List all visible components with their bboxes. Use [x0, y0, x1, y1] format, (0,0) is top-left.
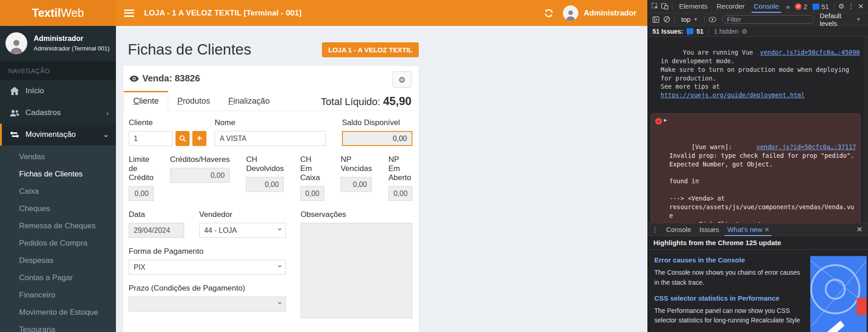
tab-finalizacao[interactable]: Finalização: [219, 91, 279, 111]
submenu-item-tesouraria[interactable]: Tesouraria: [0, 321, 116, 332]
vuejs-deployment-link[interactable]: https://vuejs.org/guide/deployment.html: [661, 91, 805, 99]
inspect-element-icon[interactable]: [651, 1, 659, 11]
drawer-tab-console[interactable]: Console: [662, 224, 695, 236]
chevron-down-icon: ⌄: [103, 131, 109, 139]
sidebar-avatar: [5, 32, 27, 54]
submenu-item-remessa-de-cheques[interactable]: Remessa de Cheques: [0, 217, 116, 235]
venda-card: Venda: 83826 ⚙ Cliente Produtos Finaliza…: [123, 66, 419, 332]
sidebar-item-cadastros[interactable]: Cadastros ‹: [0, 102, 116, 124]
search-client-button[interactable]: [176, 131, 190, 146]
nome-input[interactable]: [215, 131, 326, 146]
chevron-down-icon: ▼: [693, 17, 698, 22]
source-link[interactable]: vendor.js?id=50cfc0a…:37117: [757, 143, 856, 151]
source-link[interactable]: vendor.js?id=50cfc0a…:45090: [760, 48, 860, 57]
user-avatar: [563, 5, 578, 21]
issues-bubble-icon: [687, 28, 693, 34]
ch-devolvidos-input: [246, 177, 284, 192]
sidebar-item-inicio[interactable]: Início: [0, 80, 116, 102]
whats-new-link-error-causes[interactable]: Error causes in the Console: [654, 256, 804, 264]
console-filter-input[interactable]: [722, 15, 814, 24]
hamburger-menu-icon[interactable]: [124, 10, 134, 17]
user-menu[interactable]: Administrador: [563, 5, 637, 21]
home-icon: [10, 87, 19, 95]
clear-console-icon[interactable]: [662, 15, 672, 25]
submenu-item-pedidos-de-compra[interactable]: Pedidos de Compra: [0, 235, 116, 252]
data-input: [129, 223, 184, 238]
top-header: TextilWeb LOJA - 1 A VELOZ TEXTIL [Termi…: [0, 0, 647, 26]
devtools-tab-elements[interactable]: Elements: [675, 0, 712, 12]
data-label: Data: [129, 210, 184, 219]
drawer-close-icon[interactable]: ✕: [851, 225, 868, 234]
tab-produtos[interactable]: Produtos: [168, 91, 219, 111]
device-toolbar-icon[interactable]: [660, 1, 669, 11]
sidebar-item-label: Início: [25, 86, 44, 96]
prazo-select[interactable]: [129, 297, 286, 312]
add-client-button[interactable]: +: [192, 131, 206, 146]
plus-icon: +: [197, 133, 202, 144]
drawer-tab-whats-new[interactable]: What's new✕: [723, 224, 773, 236]
sidebar-user-panel: Administrador Administrador (Terminal 00…: [0, 26, 116, 62]
submenu-item-cheques[interactable]: Cheques: [0, 200, 116, 217]
logo-bold: Textil: [32, 6, 60, 20]
creditos-haveres-label: Créditos/Haveres: [170, 155, 230, 164]
total-value: 45,90: [383, 95, 411, 107]
refresh-icon[interactable]: [544, 8, 554, 18]
chevron-left-icon: ‹: [106, 109, 109, 117]
console-info-message: vendor.js?id=50cfc0a…:45090You are runni…: [648, 37, 863, 111]
forma-pagamento-select[interactable]: PIX: [129, 260, 286, 275]
devtools-tab-recorder[interactable]: Recorder: [712, 0, 749, 12]
issues-count-label[interactable]: 51 Issues:: [652, 28, 683, 35]
tab-cliente[interactable]: Cliente: [124, 91, 168, 111]
devtools-close-icon[interactable]: ✕: [857, 1, 865, 11]
submenu-item-vendas[interactable]: Vendas: [0, 148, 116, 166]
hidden-settings-icon[interactable]: ⚙: [742, 28, 748, 35]
devtools-tab-console[interactable]: Console: [750, 0, 783, 12]
app-logo[interactable]: TextilWeb: [0, 0, 116, 26]
execution-context-selector[interactable]: top ▼: [677, 15, 702, 23]
ch-em-caixa-label: CH Em Caixa: [300, 155, 324, 182]
eye-icon: [130, 75, 139, 82]
cliente-label: Cliente: [129, 118, 206, 127]
console-log-area[interactable]: vendor.js?id=50cfc0a…:45090You are runni…: [648, 37, 868, 223]
error-count-badge[interactable]: ✕ 2: [793, 3, 809, 10]
drawer-tab-issues[interactable]: Issues: [695, 224, 723, 236]
submenu-item-movimento-de-estoque[interactable]: Movimento de Estoque: [0, 304, 116, 321]
search-icon: [179, 135, 186, 142]
sidebar-item-label: Cadastros: [25, 108, 60, 117]
saldo-input: [342, 131, 412, 146]
vendedor-select[interactable]: 44 - LOJA: [199, 223, 286, 238]
devtools-kebab-icon[interactable]: ⋮: [847, 1, 855, 11]
message-count-badge[interactable]: 51: [810, 3, 831, 10]
chrome-update-illustration: [810, 256, 867, 332]
saldo-label: Saldo Disponível: [342, 118, 412, 127]
close-tab-icon[interactable]: ✕: [764, 226, 769, 233]
total-label: Total Líquido:: [321, 96, 381, 107]
textilweb-app: TextilWeb LOJA - 1 A VELOZ TEXTIL [Termi…: [0, 0, 647, 332]
observacoes-textarea[interactable]: [301, 223, 412, 318]
cliente-input[interactable]: [129, 131, 173, 146]
sidebar-item-movimentacao[interactable]: Movimentação ⌄: [0, 124, 116, 146]
drawer-kebab-icon[interactable]: ⋮: [648, 226, 662, 234]
console-sidebar-toggle-icon[interactable]: [651, 15, 661, 25]
submenu-item-despesas[interactable]: Despesas: [0, 252, 116, 269]
devtools-panel: Elements Recorder Console » ✕ 2 51 ⚙ ⋮ ✕…: [647, 0, 868, 332]
devtools-settings-icon[interactable]: ⚙: [837, 1, 846, 11]
log-levels-dropdown[interactable]: Default levels ▼: [820, 12, 865, 27]
whats-new-link-css-selector-stats[interactable]: CSS selector statistics in Performance: [654, 294, 804, 302]
sidebar-item-label: Movimentação: [25, 130, 76, 139]
live-expression-eye-icon[interactable]: [707, 15, 717, 25]
submenu-item-financeiro[interactable]: Financeiro: [0, 287, 116, 304]
movimentacao-submenu: Vendas Fichas de Clientes Caixa Cheques …: [0, 146, 116, 332]
forma-pagamento-label: Forma de Pagamento: [129, 247, 286, 256]
submenu-item-fichas-de-clientes[interactable]: Fichas de Clientes: [0, 166, 116, 183]
top-navbar: LOJA - 1 A VELOZ TEXTIL [Terminal - 001]…: [116, 0, 647, 26]
settings-button[interactable]: ⚙: [392, 71, 411, 88]
expand-triangle-icon[interactable]: ▶: [664, 117, 667, 123]
creditos-haveres-input: [170, 168, 230, 183]
more-tabs-icon[interactable]: »: [784, 3, 792, 10]
console-error-message[interactable]: ✕ ▶ vendor.js?id=50cfc0a…:37117[Vue warn…: [651, 113, 861, 223]
store-badge[interactable]: LOJA 1 - A VELOZ TEXTIL: [322, 42, 419, 57]
submenu-item-caixa[interactable]: Caixa: [0, 183, 116, 200]
submenu-item-contas-a-pagar[interactable]: Contas a Pagar: [0, 269, 116, 287]
prazo-label: Prazo (Condições de Pagamento): [129, 284, 286, 293]
